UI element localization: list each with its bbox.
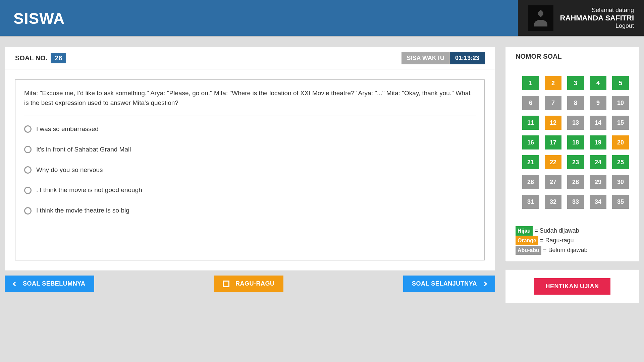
question-grid: 1234567891011121314151617181920212223242… bbox=[505, 66, 639, 219]
nav-row: SOAL SEBELUMNYA RAGU-RAGU SOAL SELANJUTN… bbox=[5, 276, 495, 292]
question-cell[interactable]: 10 bbox=[612, 96, 629, 110]
question-text: Mita: "Excuse me, I'd like to ask someth… bbox=[24, 88, 476, 116]
user-silhouette-icon bbox=[531, 8, 551, 28]
question-cell[interactable]: 21 bbox=[522, 155, 539, 169]
legend: Hijau = Sudah dijawab Orange = Ragu-ragu… bbox=[505, 219, 639, 261]
checkbox-icon bbox=[223, 281, 229, 287]
question-cell[interactable]: 35 bbox=[612, 195, 629, 209]
radio-icon bbox=[24, 125, 32, 133]
legend-desc: = Ragu-ragu bbox=[538, 237, 574, 244]
question-cell[interactable]: 26 bbox=[522, 175, 539, 189]
next-question-button[interactable]: SOAL SELANJUTNYA bbox=[403, 276, 495, 292]
question-cell[interactable]: 23 bbox=[567, 155, 584, 169]
stop-card: HENTIKAN UJIAN bbox=[505, 270, 639, 303]
prev-question-button[interactable]: SOAL SEBELUMNYA bbox=[5, 276, 94, 292]
question-cell[interactable]: 28 bbox=[567, 175, 584, 189]
topbar: SISWA Selamat datang RAHMANDA SAFITRI Lo… bbox=[0, 0, 644, 37]
question-cell[interactable]: 6 bbox=[522, 96, 539, 110]
timer-label: SISA WAKTU bbox=[401, 52, 450, 64]
user-name: RAHMANDA SAFITRI bbox=[560, 14, 634, 22]
question-cell[interactable]: 20 bbox=[612, 135, 629, 149]
answer-option[interactable]: I think the movie theatre is so big bbox=[24, 207, 476, 215]
legend-row-orange: Orange = Ragu-ragu bbox=[516, 236, 629, 245]
question-nav-title: NOMOR SOAL bbox=[505, 47, 639, 66]
timer: SISA WAKTU 01:13:23 bbox=[401, 52, 485, 64]
chevron-left-icon bbox=[13, 281, 17, 286]
soal-no-value: 26 bbox=[51, 53, 66, 63]
question-cell[interactable]: 14 bbox=[590, 116, 606, 130]
question-cell[interactable]: 32 bbox=[545, 195, 561, 209]
question-cell[interactable]: 1 bbox=[522, 76, 539, 90]
logout-link[interactable]: Logout bbox=[560, 22, 634, 29]
answer-option-label: Why do you so nervous bbox=[36, 166, 476, 174]
legend-chip-gray: Abu-abu bbox=[516, 246, 541, 255]
user-meta: Selamat datang RAHMANDA SAFITRI Logout bbox=[560, 7, 634, 29]
app-title: SISWA bbox=[0, 0, 78, 36]
question-cell[interactable]: 25 bbox=[612, 155, 629, 169]
question-cell[interactable]: 22 bbox=[545, 155, 561, 169]
legend-row-green: Hijau = Sudah dijawab bbox=[516, 226, 629, 236]
legend-row-gray: Abu-abu = Belum dijawab bbox=[516, 245, 629, 255]
legend-chip-green: Hijau bbox=[516, 226, 533, 236]
question-cell[interactable]: 8 bbox=[567, 96, 584, 110]
question-cell[interactable]: 31 bbox=[522, 195, 539, 209]
radio-icon bbox=[24, 187, 32, 194]
question-cell[interactable]: 4 bbox=[590, 76, 606, 90]
question-cell[interactable]: 29 bbox=[590, 175, 606, 189]
soal-no-wrap: SOAL NO. 26 bbox=[15, 53, 66, 63]
radio-icon bbox=[24, 166, 32, 174]
question-cell[interactable]: 19 bbox=[590, 135, 606, 149]
answer-option[interactable]: Why do you so nervous bbox=[24, 166, 476, 174]
radio-icon bbox=[24, 146, 32, 153]
avatar bbox=[528, 5, 553, 31]
question-cell[interactable]: 33 bbox=[567, 195, 584, 209]
stop-exam-button[interactable]: HENTIKAN UJIAN bbox=[534, 278, 610, 295]
question-panel: Mita: "Excuse me, I'd like to ask someth… bbox=[15, 79, 485, 260]
user-box: Selamat datang RAHMANDA SAFITRI Logout bbox=[518, 0, 644, 36]
question-cell[interactable]: 2 bbox=[545, 76, 561, 90]
legend-desc: = Sudah dijawab bbox=[533, 227, 579, 234]
legend-desc: = Belum dijawab bbox=[541, 247, 588, 253]
question-cell[interactable]: 18 bbox=[567, 135, 584, 149]
question-cell[interactable]: 30 bbox=[612, 175, 629, 189]
question-cell[interactable]: 24 bbox=[590, 155, 606, 169]
question-cell[interactable]: 12 bbox=[545, 116, 561, 130]
question-cell[interactable]: 9 bbox=[590, 96, 606, 110]
soal-no-label: SOAL NO. bbox=[15, 54, 47, 62]
chevron-right-icon bbox=[482, 281, 487, 286]
question-cell[interactable]: 27 bbox=[545, 175, 561, 189]
welcome-text: Selamat datang bbox=[560, 7, 634, 14]
ragu-label: RAGU-RAGU bbox=[235, 280, 275, 287]
answer-option[interactable]: It's in front of Sahabat Grand Mall bbox=[24, 146, 476, 154]
answer-option-label: It's in front of Sahabat Grand Mall bbox=[36, 146, 476, 154]
answer-option-label: I think the movie theatre is so big bbox=[36, 207, 476, 215]
question-nav-card: NOMOR SOAL 12345678910111213141516171819… bbox=[505, 47, 639, 262]
answer-option-label: I was so embarrassed bbox=[36, 125, 476, 133]
legend-chip-orange: Orange bbox=[516, 236, 538, 245]
answer-option-label: . I think the movie is not good enough bbox=[36, 186, 476, 194]
answer-option[interactable]: . I think the movie is not good enough bbox=[24, 186, 476, 194]
question-cell[interactable]: 7 bbox=[545, 96, 561, 110]
question-cell[interactable]: 34 bbox=[590, 195, 606, 209]
answer-option[interactable]: I was so embarrassed bbox=[24, 125, 476, 133]
ragu-button[interactable]: RAGU-RAGU bbox=[214, 276, 283, 292]
question-cell[interactable]: 13 bbox=[567, 116, 584, 130]
question-cell[interactable]: 16 bbox=[522, 135, 539, 149]
question-card: SOAL NO. 26 SISA WAKTU 01:13:23 Mita: "E… bbox=[5, 47, 495, 271]
timer-value: 01:13:23 bbox=[450, 52, 485, 64]
question-card-header: SOAL NO. 26 SISA WAKTU 01:13:23 bbox=[5, 47, 495, 69]
question-cell[interactable]: 15 bbox=[612, 116, 629, 130]
question-cell[interactable]: 17 bbox=[545, 135, 561, 149]
prev-label: SOAL SEBELUMNYA bbox=[23, 280, 86, 287]
question-cell[interactable]: 11 bbox=[522, 116, 539, 130]
radio-icon bbox=[24, 207, 32, 215]
question-cell[interactable]: 5 bbox=[612, 76, 629, 90]
next-label: SOAL SELANJUTNYA bbox=[412, 280, 477, 287]
question-cell[interactable]: 3 bbox=[567, 76, 584, 90]
